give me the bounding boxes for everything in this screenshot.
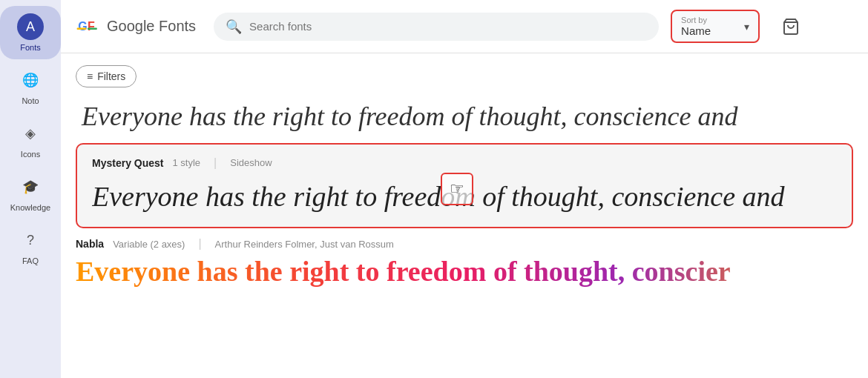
- cart-button[interactable]: [777, 13, 804, 40]
- sidebar-item-noto[interactable]: 🌐 Noto: [0, 59, 61, 113]
- filters-label: Filters: [97, 70, 125, 82]
- search-icon: 🔍: [226, 19, 242, 35]
- font-card-nabla[interactable]: Nabla Variable (2 axes) | Arthur Reinder…: [76, 237, 853, 288]
- nabla-preview-text: Everyone has the right to freedom of tho…: [76, 255, 853, 288]
- header: G F Google Fonts 🔍 Sort by Name ▾: [61, 0, 868, 53]
- main-content: G F Google Fonts 🔍 Sort by Name ▾: [61, 0, 868, 378]
- font-category-mystery: Sideshow: [230, 157, 272, 168]
- search-input[interactable]: [249, 20, 647, 33]
- search-bar[interactable]: 🔍: [214, 13, 659, 41]
- hand-cursor-icon: ☞: [450, 179, 464, 199]
- sidebar-item-faq[interactable]: ? FAQ: [0, 219, 61, 273]
- sidebar-label-faq: FAQ: [22, 256, 39, 265]
- font-style-count-mystery: 1 style: [172, 157, 200, 168]
- separator: |: [214, 156, 217, 170]
- shopping-bag-icon: [782, 18, 800, 36]
- nabla-header: Nabla Variable (2 axes) | Arthur Reinder…: [76, 237, 853, 251]
- sort-by-label: Sort by: [681, 16, 738, 24]
- svg-text:G: G: [78, 19, 87, 32]
- fonts-icon: A: [17, 13, 44, 40]
- noto-icon: 🌐: [17, 67, 44, 93]
- faq-icon: ?: [17, 227, 44, 253]
- sort-dropdown[interactable]: Sort by Name ▾: [671, 10, 760, 43]
- font-name-nabla: Nabla: [76, 238, 104, 250]
- svg-rect-3: [77, 27, 87, 29]
- svg-text:F: F: [88, 19, 95, 32]
- icons-icon: ◈: [17, 120, 44, 147]
- font-card-header: Mystery Quest 1 style | Sideshow: [92, 156, 837, 170]
- default-preview-text: Everyone has the right to freedom of tho…: [76, 99, 853, 134]
- cursor-indicator: ☞: [441, 173, 473, 205]
- sort-value: Name: [681, 24, 738, 37]
- svg-rect-4: [88, 27, 97, 29]
- sidebar-label-fonts: Fonts: [20, 43, 41, 52]
- sidebar-label-noto: Noto: [22, 96, 39, 105]
- nabla-style-count: Variable (2 axes): [113, 239, 185, 250]
- nabla-authors: Arthur Reinders Folmer, Just van Rossum: [215, 239, 394, 250]
- logo-area: G F Google Fonts: [76, 15, 196, 39]
- knowledge-icon: 🎓: [17, 173, 44, 200]
- filters-bar: ≡ Filters: [76, 65, 853, 87]
- filters-button[interactable]: ≡ Filters: [76, 65, 137, 87]
- google-fonts-logo-icon: G F: [76, 15, 99, 39]
- filter-icon: ≡: [87, 70, 93, 82]
- sidebar: A Fonts 🌐 Noto ◈ Icons 🎓 Knowledge ? FAQ: [0, 0, 61, 378]
- sidebar-label-knowledge: Knowledge: [10, 203, 50, 212]
- sidebar-label-icons: Icons: [21, 150, 40, 159]
- content-area: ≡ Filters Everyone has the right to free…: [61, 53, 868, 378]
- nabla-separator: |: [198, 237, 201, 251]
- sidebar-item-fonts[interactable]: A Fonts: [0, 6, 61, 59]
- chevron-down-icon: ▾: [744, 21, 749, 33]
- logo-text: Google Fonts: [107, 18, 196, 35]
- font-name-mystery-quest: Mystery Quest: [92, 157, 163, 169]
- sidebar-item-knowledge[interactable]: 🎓 Knowledge: [0, 166, 61, 219]
- sidebar-item-icons[interactable]: ◈ Icons: [0, 113, 61, 166]
- font-card-mystery-quest[interactable]: Mystery Quest 1 style | Sideshow ☞ Every…: [76, 143, 853, 228]
- sort-inner: Sort by Name: [681, 16, 738, 37]
